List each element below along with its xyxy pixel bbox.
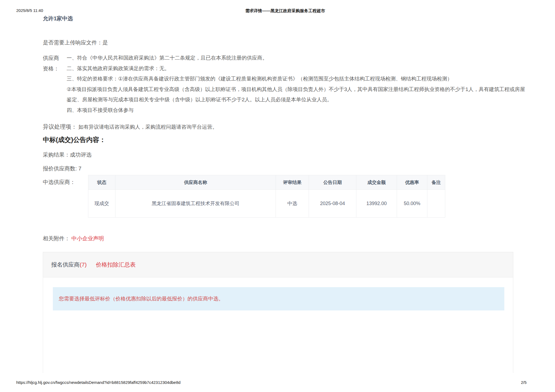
main-content: 允许1家中选 是否需要上传响应文件：是 供应商资格： 一、符合《中华人民共和国政… <box>43 0 526 373</box>
attachment-link[interactable]: 中小企业声明 <box>72 235 104 241</box>
qualification-item: 三、特定的资格要求：①潜在供应商具备建设行政主管部门颁发的《建设工程质量检测机构… <box>67 74 526 84</box>
source-url: https://hljcg.hlj.gov.cn/fwgccs/newdetai… <box>16 380 180 385</box>
upload-required-label: 是否需要上传响应文件： <box>43 40 102 46</box>
tab-registered-suppliers[interactable]: 报名供应商(7) <box>51 261 87 268</box>
qualification-item: 一、符合《中华人民共和国政府采购法》第二十二条规定，且已在本系统注册的供应商。 <box>67 53 526 63</box>
cell-supplier-name: 黑龙江省固泰建筑工程技术开发有限公司 <box>115 190 276 218</box>
qualification-item: 四、本项目不接受联合体参与 <box>67 105 526 116</box>
selection-notice-text: 您需要选择最低评标价（价格优惠扣除以后的最低报价）的供应商中选。 <box>59 295 224 302</box>
cell-discount-rate: 50.00% <box>397 190 427 218</box>
col-header-remark: 备注 <box>427 175 445 190</box>
procurement-result-label: 采购结果： <box>43 152 70 158</box>
col-header-announce-date: 公告日期 <box>309 175 356 190</box>
bidder-count-row: 报价供应商数: 7 <box>43 165 526 172</box>
print-header: 2025/8/5 11:40 需求详情——黑龙江政府采购服务工程超市 <box>0 8 555 15</box>
col-header-supplier-name: 供应商名称 <box>115 175 276 190</box>
supplier-qualification-section: 供应商资格： 一、符合《中华人民共和国政府采购法》第二十二条规定，且已在本系统注… <box>43 53 526 115</box>
col-header-deal-amount: 成交金额 <box>356 175 397 190</box>
supplier-qualification-label: 供应商资格： <box>43 53 62 115</box>
cell-review-result: 中选 <box>276 190 309 218</box>
table-row: 现成交 黑龙江省固泰建筑工程技术开发有限公司 中选 2025-08-04 139… <box>88 190 445 218</box>
bidder-count-value: 7 <box>78 166 81 171</box>
tab-price-deduction-summary[interactable]: 价格扣除汇总表 <box>96 261 136 268</box>
panel-header: 报名供应商(7) 价格扣除汇总表 <box>43 252 513 277</box>
procurement-result-value: 成功评选 <box>70 152 92 158</box>
tab-registered-label: 报名供应商 <box>51 261 80 268</box>
selection-notice-box: 您需要选择最低评标价（价格优惠扣除以后的最低报价）的供应商中选。 <box>53 287 504 310</box>
tab-registered-count: (7) <box>80 261 87 268</box>
objection-label: 异议处理项： <box>43 124 77 130</box>
cell-deal-amount: 13992.00 <box>356 190 397 218</box>
winner-supplier-label: 中选供应商： <box>43 175 83 189</box>
col-header-discount-rate: 优惠率 <box>397 175 427 190</box>
procurement-result-row: 采购结果：成功评选 <box>43 151 526 158</box>
attachment-label: 相关附件： <box>43 235 70 241</box>
qualification-item: ②本项目拟派项目负责人须具备建筑工程专业高级（含高级）以上职称证书，项目机构其他… <box>67 84 526 105</box>
col-header-status: 状态 <box>88 175 115 190</box>
attachment-row: 相关附件： 中小企业声明 <box>43 235 526 242</box>
award-announcement-heading: 中标(成交)公告内容： <box>43 135 526 144</box>
cell-status: 现成交 <box>88 190 115 218</box>
qualification-item: 二、落实其他政府采购政策满足的需求：无。 <box>67 63 526 74</box>
bidder-count-label: 报价供应商数: <box>43 166 77 171</box>
objection-text: 如有异议请电话咨询采购人，采购流程问题请咨询平台运营。 <box>78 124 217 130</box>
printed-page: 2025/8/5 11:40 需求详情——黑龙江政府采购服务工程超市 允许1家中… <box>0 0 555 392</box>
table-header-row: 状态 供应商名称 评审结果 公告日期 成交金额 优惠率 备注 <box>88 175 445 190</box>
upload-required-value: 是 <box>102 40 108 46</box>
page-number: 2/5 <box>521 380 527 385</box>
cell-remark <box>427 190 445 218</box>
col-header-review-result: 评审结果 <box>276 175 309 190</box>
cell-announce-date: 2025-08-04 <box>309 190 356 218</box>
winner-supplier-section: 中选供应商： 状态 供应商名称 评审结果 公告日期 成交金额 优惠率 备注 <box>43 175 526 218</box>
page-title: 需求详情——黑龙江政府采购服务工程超市 <box>245 8 325 14</box>
print-footer: https://hljcg.hlj.gov.cn/fwgccs/newdetai… <box>0 380 555 385</box>
upload-required-row: 是否需要上传响应文件：是 <box>43 39 526 46</box>
supplier-qualification-items: 一、符合《中华人民共和国政府采购法》第二十二条规定，且已在本系统注册的供应商。 … <box>67 53 526 115</box>
print-timestamp: 2025/8/5 11:40 <box>16 8 43 13</box>
registered-suppliers-panel: 报名供应商(7) 价格扣除汇总表 您需要选择最低评标价（价格优惠扣除以后的最低报… <box>43 252 513 373</box>
objection-row: 异议处理项： 如有异议请电话咨询采购人，采购流程问题请咨询平台运营。 <box>43 123 526 131</box>
winner-supplier-table: 状态 供应商名称 评审结果 公告日期 成交金额 优惠率 备注 现成交 黑龙江省固… <box>88 175 445 218</box>
panel-body: 您需要选择最低评标价（价格优惠扣除以后的最低报价）的供应商中选。 <box>43 287 513 310</box>
